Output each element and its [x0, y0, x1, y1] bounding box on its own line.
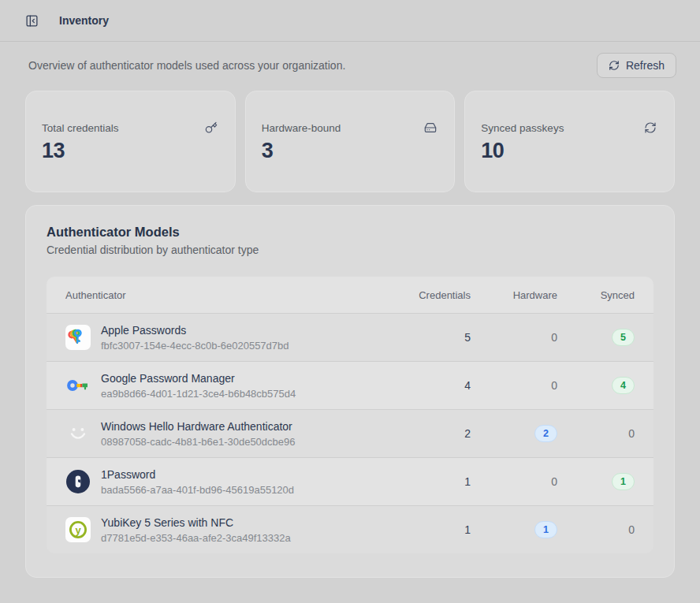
authenticator-info: 1Passwordbada5566-a7aa-401f-bd96-45619a5… — [101, 467, 294, 497]
google-password-manager-icon — [65, 373, 91, 398]
hardware-cell: 1 — [471, 521, 557, 538]
column-header-credentials: Credentials — [384, 289, 471, 301]
stat-label: Synced passkeys — [481, 122, 564, 134]
credentials-count: 2 — [464, 427, 471, 440]
synced-count-badge: 4 — [612, 377, 635, 394]
synced-cell: 0 — [557, 427, 635, 440]
stat-label: Total credentials — [42, 122, 119, 134]
table-row: 1Passwordbada5566-a7aa-401f-bd96-45619a5… — [47, 457, 653, 505]
stat-cards: Total credentials13Hardware-bound3Synced… — [25, 91, 675, 192]
synced-count-badge: 1 — [612, 473, 635, 490]
synced-count: 0 — [628, 427, 635, 440]
synced-count: 0 — [628, 523, 635, 536]
authenticator-cell: yYubiKey 5 Series with NFCd7781e5d-e353-… — [65, 515, 384, 545]
hardware-cell: 0 — [471, 475, 557, 488]
credentials-cell: 5 — [384, 331, 471, 344]
authenticator-aaguid: fbfc3007-154e-4ecc-8c0b-6e020557d7bd — [101, 339, 289, 353]
authenticator-cell: Windows Hello Hardware Authenticator0898… — [65, 419, 384, 449]
stat-card-hardware-bound: Hardware-bound3 — [245, 91, 456, 192]
stat-card-header: Total credentials — [42, 121, 218, 134]
column-header-hardware: Hardware — [471, 289, 557, 301]
authenticator-info: Google Password Managerea9b8d66-4d01-1d2… — [101, 370, 296, 401]
page-header: Overview of authenticator models used ac… — [0, 42, 700, 89]
authenticator-aaguid: 08987058-cadc-4b81-b6e1-30de50dcbe96 — [101, 435, 296, 449]
refresh-icon — [609, 60, 620, 71]
credentials-cell: 1 — [384, 475, 471, 488]
stat-card-synced-passkeys: Synced passkeys10 — [464, 91, 675, 192]
synced-cell: 0 — [557, 523, 635, 536]
hardware-count: 0 — [551, 475, 557, 488]
authenticator-name: Google Password Manager — [101, 370, 296, 386]
svg-text:y: y — [75, 524, 81, 536]
credentials-count: 1 — [464, 475, 471, 488]
sidebar-toggle-button[interactable] — [24, 13, 40, 29]
authenticator-aaguid: bada5566-a7aa-401f-bd96-45619a55120d — [101, 483, 294, 497]
authenticator-name: 1Password — [101, 467, 294, 482]
authenticator-info: Apple Passwordsfbfc3007-154e-4ecc-8c0b-6… — [101, 322, 289, 353]
stat-label: Hardware-bound — [262, 122, 341, 134]
authenticator-cell: Google Password Managerea9b8d66-4d01-1d2… — [65, 370, 384, 401]
yubikey-icon: y — [65, 517, 91, 542]
authenticator-name: YubiKey 5 Series with NFC — [101, 515, 291, 530]
stat-value: 3 — [262, 139, 438, 163]
hardware-cell: 0 — [471, 331, 557, 344]
credentials-count: 5 — [464, 331, 471, 344]
refresh-button-label: Refresh — [626, 59, 665, 72]
hardware-cell: 2 — [471, 425, 557, 442]
hardware-count: 0 — [551, 331, 557, 344]
synced-count-badge: 5 — [612, 329, 635, 346]
windows-hello-icon — [65, 421, 91, 446]
panel-left-close-icon — [25, 14, 39, 28]
credentials-cell: 4 — [384, 379, 471, 392]
onepassword-icon — [65, 469, 91, 494]
authenticator-aaguid: ea9b8d66-4d01-1d21-3ce4-b6b48cb575d4 — [101, 387, 296, 401]
table-row: Google Password Managerea9b8d66-4d01-1d2… — [47, 361, 653, 409]
stat-value: 13 — [42, 139, 218, 163]
table-row: yYubiKey 5 Series with NFCd7781e5d-e353-… — [47, 505, 653, 553]
column-header-authenticator: Authenticator — [65, 289, 384, 301]
hardware-cell: 0 — [471, 379, 557, 392]
refresh-button[interactable]: Refresh — [597, 53, 676, 78]
authenticator-info: YubiKey 5 Series with NFCd7781e5d-e353-4… — [101, 515, 291, 545]
synced-cell: 1 — [557, 473, 635, 490]
column-header-synced: Synced — [557, 289, 635, 301]
authenticator-name: Windows Hello Hardware Authenticator — [101, 419, 296, 434]
stat-card-header: Synced passkeys — [481, 121, 657, 134]
credentials-count: 1 — [464, 523, 471, 536]
synced-cell: 4 — [557, 377, 635, 394]
card-subtitle: Credential distribution by authenticator… — [47, 244, 653, 256]
topbar: Inventory — [0, 0, 700, 42]
authenticator-info: Windows Hello Hardware Authenticator0898… — [101, 419, 296, 449]
page-title: Inventory — [59, 14, 109, 27]
stat-card-header: Hardware-bound — [262, 121, 438, 134]
authenticator-aaguid: d7781e5d-e353-46aa-afe2-3ca49f13332a — [101, 531, 291, 545]
page-description: Overview of authenticator models used ac… — [28, 59, 345, 72]
key-icon — [205, 121, 218, 134]
credentials-cell: 1 — [384, 523, 471, 536]
credentials-cell: 2 — [384, 427, 471, 440]
hardware-count-badge: 2 — [534, 425, 557, 442]
table-row: Windows Hello Hardware Authenticator0898… — [47, 409, 653, 457]
table-header-row: Authenticator Credentials Hardware Synce… — [47, 277, 653, 313]
card-title: Authenticator Models — [47, 225, 653, 240]
hardware-count-badge: 1 — [534, 521, 557, 538]
table-body: Apple Passwordsfbfc3007-154e-4ecc-8c0b-6… — [47, 313, 653, 553]
hard-drive-icon — [424, 121, 437, 134]
sync-icon — [644, 121, 657, 134]
table-row: Apple Passwordsfbfc3007-154e-4ecc-8c0b-6… — [47, 313, 653, 361]
authenticator-table: Authenticator Credentials Hardware Synce… — [47, 277, 653, 553]
authenticator-models-card: Authenticator Models Credential distribu… — [25, 205, 675, 578]
stat-value: 10 — [481, 139, 657, 163]
hardware-count: 0 — [551, 379, 557, 392]
authenticator-cell: 1Passwordbada5566-a7aa-401f-bd96-45619a5… — [65, 467, 384, 497]
apple-passwords-icon — [65, 325, 91, 350]
credentials-count: 4 — [464, 379, 471, 392]
synced-cell: 5 — [557, 329, 635, 346]
authenticator-name: Apple Passwords — [101, 322, 289, 338]
authenticator-cell: Apple Passwordsfbfc3007-154e-4ecc-8c0b-6… — [65, 322, 384, 353]
stat-card-total-credentials: Total credentials13 — [25, 91, 236, 192]
